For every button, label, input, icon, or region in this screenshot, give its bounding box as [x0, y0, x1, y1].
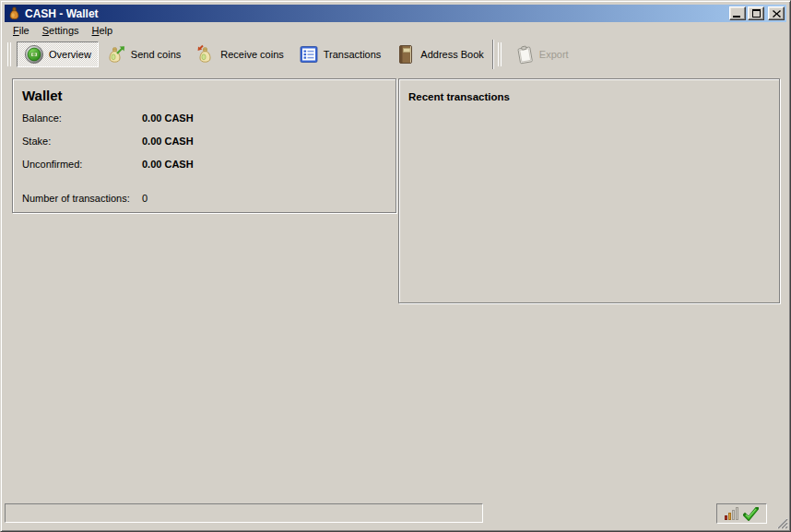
toolbar-drag-handle[interactable] — [7, 42, 15, 66]
toolbar-button-label: Receive coins — [220, 49, 283, 60]
wallet-panel-title: Wallet — [22, 88, 63, 103]
maximize-button[interactable] — [748, 6, 764, 20]
balance-value: 0.00 CASH — [142, 112, 194, 124]
receive-coins-tab-button[interactable]: Receive coins — [188, 41, 290, 67]
address-book-icon — [396, 44, 416, 65]
stake-row: Stake: 0.00 CASH — [22, 136, 194, 147]
transaction-count-label: Number of transactions: — [22, 193, 142, 204]
recent-transactions-title: Recent transactions — [408, 91, 510, 102]
transaction-count-value: 0 — [142, 193, 148, 204]
wallet-window: CASH - Wallet File Settings Help — [0, 0, 791, 532]
money-bag-icon — [7, 6, 21, 20]
minimize-button[interactable] — [729, 6, 746, 20]
window-title: CASH - Wallet — [25, 7, 727, 20]
transaction-count-row: Number of transactions: 0 — [22, 193, 148, 204]
export-button[interactable]: Export — [507, 41, 576, 67]
address-book-tab-button[interactable]: Address Book — [388, 41, 490, 67]
transactions-list-icon — [299, 44, 319, 65]
menubar: File Settings Help — [5, 22, 786, 39]
close-icon — [773, 10, 781, 18]
menu-settings[interactable]: Settings — [36, 23, 86, 39]
export-clipboard-icon — [514, 44, 535, 65]
resize-grip[interactable] — [774, 515, 788, 529]
balance-label: Balance: — [22, 112, 142, 124]
main-content: Wallet Balance: 0.00 CASH Stake: 0.00 CA… — [5, 70, 786, 501]
recent-transactions-panel: Recent transactions — [398, 78, 780, 303]
stake-value: 0.00 CASH — [142, 136, 194, 147]
menu-help[interactable]: Help — [86, 23, 120, 39]
unconfirmed-label: Unconfirmed: — [22, 159, 142, 170]
status-message-box — [5, 503, 483, 523]
titlebar[interactable]: CASH - Wallet — [5, 5, 786, 22]
send-moneybag-icon — [106, 44, 126, 65]
send-coins-tab-button[interactable]: Send coins — [99, 41, 188, 67]
wallet-panel: Wallet Balance: 0.00 CASH Stake: 0.00 CA… — [12, 78, 396, 213]
toolbar-button-label: Send coins — [131, 49, 181, 60]
status-icon-tray — [716, 503, 767, 524]
toolbar-button-label: Transactions — [324, 49, 382, 60]
overview-coin-icon — [24, 44, 44, 65]
balance-row: Balance: 0.00 CASH — [22, 112, 194, 124]
toolbar-button-label: Address Book — [420, 49, 483, 60]
toolbar: Overview Send coins Receive co — [5, 39, 786, 70]
transactions-tab-button[interactable]: Transactions — [291, 41, 389, 67]
export-toolbar-drag-handle[interactable] — [498, 42, 505, 66]
close-button[interactable] — [768, 6, 785, 20]
sync-check-icon — [743, 507, 759, 521]
toolbar-separator — [492, 40, 494, 69]
overview-tab-button[interactable]: Overview — [17, 41, 99, 67]
minimize-icon — [733, 16, 740, 18]
menu-file[interactable]: File — [6, 23, 36, 39]
statusbar — [1, 501, 790, 531]
toolbar-button-label: Overview — [49, 49, 91, 60]
unconfirmed-row: Unconfirmed: 0.00 CASH — [22, 159, 194, 170]
connections-bars-icon — [725, 507, 738, 520]
unconfirmed-value: 0.00 CASH — [142, 159, 194, 170]
stake-label: Stake: — [22, 136, 142, 147]
receive-moneybag-icon — [195, 44, 216, 65]
maximize-icon — [752, 9, 761, 18]
toolbar-button-label: Export — [539, 49, 569, 60]
